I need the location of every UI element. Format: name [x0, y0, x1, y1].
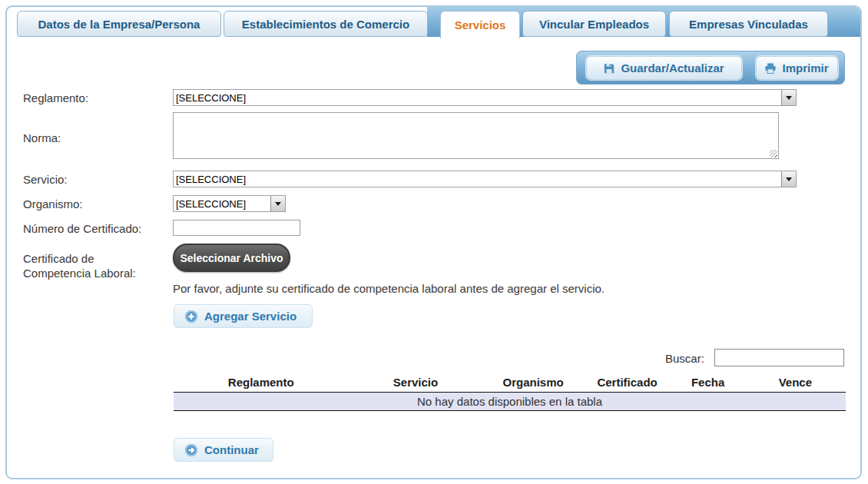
tab-label: Datos de la Empresa/Persona: [38, 18, 200, 31]
add-service-button[interactable]: Agregar Servicio: [174, 304, 313, 328]
tab-label: Servicios: [455, 18, 506, 31]
column-header-organismo[interactable]: Organismo: [483, 374, 584, 393]
services-panel: Datos de la Empresa/Persona Establecimie…: [5, 5, 862, 479]
table-header-row: Reglamento Servicio Organismo Certificad…: [174, 374, 846, 393]
empty-table-message: No hay datos disponibles en la tabla: [174, 393, 846, 411]
services-table: Reglamento Servicio Organismo Certificad…: [174, 374, 846, 411]
select-file-button[interactable]: Seleccionar Archivo: [173, 244, 290, 272]
tab-servicios[interactable]: Servicios: [440, 11, 520, 38]
norma-textarea[interactable]: [173, 112, 779, 159]
print-button[interactable]: Imprimir: [756, 56, 838, 80]
column-header-servicio[interactable]: Servicio: [349, 374, 483, 393]
tab-datos-empresa-persona[interactable]: Datos de la Empresa/Persona: [17, 11, 221, 37]
toolbar: Guardar/Actualizar Imprimir: [576, 51, 845, 85]
search-label: Buscar:: [665, 352, 704, 365]
organismo-select[interactable]: [SELECCIONE]: [173, 195, 286, 212]
certificado-note: Por favor, adjunte su certificado de com…: [173, 282, 605, 295]
column-header-vence[interactable]: Vence: [745, 374, 846, 393]
reglamento-selected-value: [SELECCIONE]: [174, 92, 781, 104]
table-empty-row: No hay datos disponibles en la tabla: [174, 393, 846, 411]
tab-label: Vincular Empleados: [539, 18, 649, 31]
tab-label: Empresas Vinculadas: [689, 18, 808, 31]
servicio-select[interactable]: [SELECCIONE]: [173, 171, 797, 187]
reglamento-select[interactable]: [SELECCIONE]: [173, 89, 797, 106]
continue-button[interactable]: Continuar: [174, 438, 273, 462]
search-input[interactable]: [714, 349, 844, 366]
certificado-competencia-label: Certificado de Competencia Laboral:: [23, 251, 136, 280]
numero-certificado-input[interactable]: [173, 220, 300, 236]
select-file-label: Seleccionar Archivo: [180, 252, 283, 264]
arrow-circle-icon: [185, 444, 197, 456]
norma-label: Norma:: [23, 131, 61, 144]
continue-label: Continuar: [204, 443, 259, 456]
organismo-selected-value: [SELECCIONE]: [174, 198, 270, 210]
organismo-label: Organismo:: [23, 197, 83, 211]
column-header-fecha[interactable]: Fecha: [671, 374, 745, 393]
tab-vincular-empleados[interactable]: Vincular Empleados: [522, 11, 666, 37]
tab-establecimientos-comercio[interactable]: Establecimientos de Comercio: [224, 11, 428, 37]
column-header-reglamento[interactable]: Reglamento: [174, 374, 349, 393]
servicio-label: Servicio:: [23, 173, 68, 186]
save-update-button[interactable]: Guardar/Actualizar: [586, 56, 742, 80]
print-label: Imprimir: [782, 61, 828, 75]
save-update-label: Guardar/Actualizar: [621, 61, 724, 75]
plus-circle-icon: [185, 310, 197, 323]
floppy-disk-icon: [604, 63, 615, 74]
chevron-down-icon[interactable]: [781, 171, 796, 187]
printer-icon: [765, 63, 776, 74]
tab-empresas-vinculadas[interactable]: Empresas Vinculadas: [669, 11, 828, 37]
add-service-label: Agregar Servicio: [204, 310, 297, 323]
tab-label: Establecimientos de Comercio: [242, 18, 409, 31]
reglamento-label: Reglamento:: [23, 91, 88, 104]
column-header-certificado[interactable]: Certificado: [584, 374, 671, 393]
chevron-down-icon[interactable]: [781, 90, 796, 105]
numero-certificado-label: Número de Certificado:: [23, 222, 141, 235]
chevron-down-icon[interactable]: [270, 196, 285, 211]
servicio-selected-value: [SELECCIONE]: [174, 174, 781, 185]
